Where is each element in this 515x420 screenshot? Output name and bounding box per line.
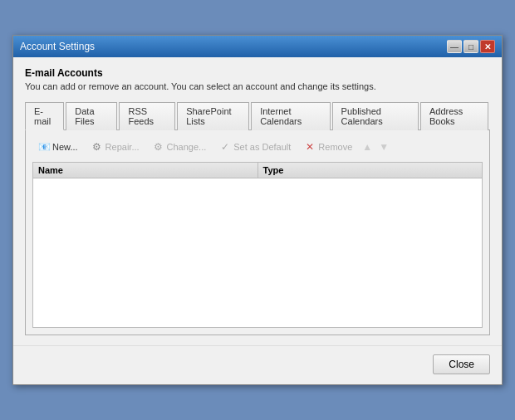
down-arrow-icon: ▼ (379, 141, 389, 153)
change-button[interactable]: ⚙ Change... (147, 139, 213, 155)
window-close-button[interactable]: ✕ (480, 40, 495, 53)
tab-bar: E-mail Data Files RSS Feeds SharePoint L… (25, 101, 490, 130)
window-controls: — □ ✕ (447, 40, 495, 53)
set-default-icon: ✓ (219, 141, 231, 153)
tab-address-books[interactable]: Address Books (420, 102, 488, 130)
section-title: E-mail Accounts (25, 67, 490, 79)
maximize-button[interactable]: □ (464, 40, 478, 53)
set-default-button[interactable]: ✓ Set as Default (213, 139, 297, 155)
tab-rss-feeds[interactable]: RSS Feeds (119, 102, 175, 130)
new-icon: 📧 (38, 141, 50, 153)
move-down-button[interactable]: ▼ (376, 139, 391, 154)
move-up-button[interactable]: ▲ (360, 139, 375, 154)
section-description: You can add or remove an account. You ca… (25, 81, 490, 91)
col-type-header: Type (258, 163, 483, 178)
minimize-button[interactable]: — (447, 40, 462, 53)
toolbar: 📧 New... ⚙ Repair... ⚙ Change... ✓ Set a… (32, 137, 483, 157)
tab-sharepoint-lists[interactable]: SharePoint Lists (177, 102, 249, 130)
window-content: E-mail Accounts You can add or remove an… (13, 57, 502, 345)
accounts-grid: Name Type (32, 162, 483, 328)
tab-panel: 📧 New... ⚙ Repair... ⚙ Change... ✓ Set a… (25, 130, 490, 335)
remove-button[interactable]: ✕ Remove (298, 139, 358, 155)
close-button[interactable]: Close (433, 354, 490, 374)
repair-icon: ⚙ (91, 141, 103, 153)
new-button[interactable]: 📧 New... (32, 139, 84, 155)
title-bar: Account Settings — □ ✕ (13, 36, 502, 57)
tab-data-files[interactable]: Data Files (66, 102, 117, 130)
account-settings-window: Account Settings — □ ✕ E-mail Accounts Y… (12, 35, 503, 385)
col-name-header: Name (33, 163, 258, 178)
grid-header: Name Type (33, 163, 482, 178)
repair-button[interactable]: ⚙ Repair... (86, 139, 145, 155)
up-arrow-icon: ▲ (362, 141, 372, 153)
grid-body (33, 178, 482, 325)
tab-published-calendars[interactable]: Published Calendars (332, 102, 419, 130)
window-title: Account Settings (20, 41, 95, 52)
tab-internet-calendars[interactable]: Internet Calendars (251, 102, 330, 130)
window-footer: Close (13, 345, 502, 384)
remove-icon: ✕ (304, 141, 316, 153)
tab-email[interactable]: E-mail (25, 102, 64, 130)
change-icon: ⚙ (153, 141, 164, 153)
